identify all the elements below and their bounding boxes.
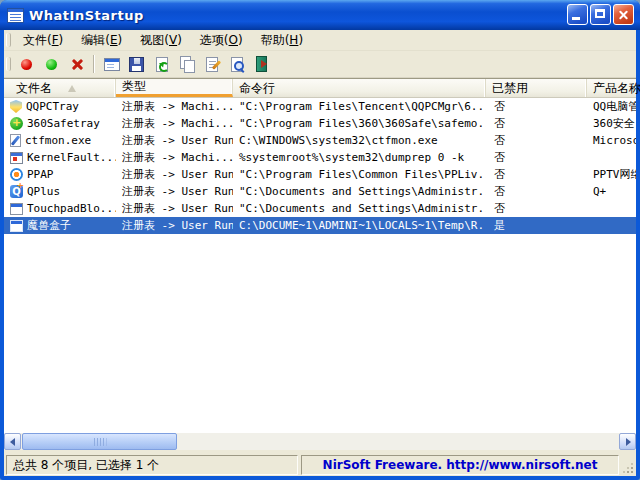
menu-edit[interactable]: 编辑(E) bbox=[72, 30, 131, 51]
toolbar-separator bbox=[93, 55, 95, 73]
enable-green-dot-icon bbox=[46, 59, 57, 70]
copy-button[interactable] bbox=[174, 53, 199, 76]
app-window: WhatInStartup 文件(F) 编辑(E) 视图(V) 选项(O) 帮助… bbox=[0, 0, 640, 480]
ctfmon-pen-icon bbox=[10, 134, 21, 147]
window-controls bbox=[565, 4, 634, 25]
table-row[interactable]: QQPCTray 注册表 -> Machi... "C:\Program Fil… bbox=[4, 98, 636, 115]
table-row[interactable]: 360Safetray 注册表 -> Machi... "C:\Program … bbox=[4, 115, 636, 132]
column-header-type[interactable]: 类型 bbox=[116, 79, 233, 97]
window-title: WhatInStartup bbox=[29, 8, 144, 23]
refresh-button[interactable] bbox=[149, 53, 174, 76]
table-row[interactable]: QQPlus 注册表 -> User Run "C:\Documents and… bbox=[4, 183, 636, 200]
disable-red-dot-icon bbox=[21, 59, 32, 70]
copy-icon bbox=[179, 56, 195, 72]
list-rows: QQPCTray 注册表 -> Machi... "C:\Program Fil… bbox=[4, 98, 636, 434]
scroll-left-button[interactable] bbox=[4, 433, 21, 450]
kernel-fault-icon bbox=[10, 152, 23, 164]
startup-items-list: 文件名 类型 命令行 已禁用 产品名称 QQPCTray 注册表 -> Mach… bbox=[4, 78, 636, 450]
column-header-filename[interactable]: 文件名 bbox=[4, 79, 116, 97]
list-header: 文件名 类型 命令行 已禁用 产品名称 bbox=[4, 79, 636, 98]
scroll-right-arrow-icon bbox=[626, 438, 631, 446]
refresh-icon bbox=[156, 57, 168, 72]
toolbar bbox=[4, 51, 636, 78]
status-bar: 总共 8 个项目, 已选择 1 个 NirSoft Freeware. http… bbox=[4, 454, 636, 476]
pptv-icon bbox=[10, 168, 23, 181]
menubar-grip[interactable] bbox=[6, 33, 11, 47]
save-button[interactable] bbox=[124, 53, 149, 76]
nirsoft-freeware-link[interactable]: NirSoft Freeware. http://www.nirsoft.net bbox=[301, 455, 619, 475]
resize-grip[interactable] bbox=[622, 455, 634, 475]
toolbar-grip[interactable] bbox=[6, 57, 11, 71]
column-header-product[interactable]: 产品名称 bbox=[587, 79, 640, 97]
client-area: 文件(F) 编辑(E) 视图(V) 选项(O) 帮助(H) 文件名 类型 命令 bbox=[4, 30, 636, 476]
qplus-icon: Q bbox=[10, 185, 23, 198]
properties-window-icon bbox=[104, 58, 120, 71]
exit-button[interactable] bbox=[249, 53, 274, 76]
scrollbar-thumb[interactable] bbox=[22, 433, 177, 450]
menu-options[interactable]: 选项(O) bbox=[191, 30, 252, 51]
close-button[interactable] bbox=[613, 4, 634, 25]
scrollbar-grip-icon bbox=[93, 438, 106, 446]
table-row[interactable]: PPAP 注册表 -> User Run "C:\Program Files\C… bbox=[4, 166, 636, 183]
properties-button[interactable] bbox=[199, 53, 224, 76]
scroll-left-arrow-icon bbox=[10, 438, 15, 446]
table-row[interactable]: KernelFault... 注册表 -> Machi... %systemro… bbox=[4, 149, 636, 166]
sort-ascending-icon bbox=[68, 85, 76, 92]
window-icon bbox=[10, 220, 23, 232]
enable-item-button[interactable] bbox=[39, 53, 64, 76]
column-header-command[interactable]: 命令行 bbox=[233, 79, 486, 97]
minimize-button[interactable] bbox=[567, 4, 588, 25]
maximize-button[interactable] bbox=[590, 4, 611, 25]
app-icon bbox=[7, 8, 24, 23]
delete-x-icon bbox=[70, 57, 84, 71]
table-row-selected[interactable]: 魔兽盒子 注册表 -> User Run C:\DOCUME~1\ADMINI~… bbox=[4, 217, 636, 234]
delete-item-button[interactable] bbox=[64, 53, 89, 76]
properties-window-button[interactable] bbox=[99, 53, 124, 76]
table-row[interactable]: ctfmon.exe 注册表 -> User Run C:\WINDOWS\sy… bbox=[4, 132, 636, 149]
minimize-icon bbox=[572, 17, 580, 20]
menu-bar: 文件(F) 编辑(E) 视图(V) 选项(O) 帮助(H) bbox=[4, 30, 636, 51]
maximize-icon bbox=[595, 9, 605, 18]
exit-door-icon bbox=[256, 56, 267, 72]
disable-item-button[interactable] bbox=[14, 53, 39, 76]
window-icon bbox=[10, 203, 23, 215]
find-button[interactable] bbox=[224, 53, 249, 76]
column-header-disabled[interactable]: 已禁用 bbox=[486, 79, 587, 97]
menu-view[interactable]: 视图(V) bbox=[131, 30, 191, 51]
scrollbar-track[interactable] bbox=[21, 433, 619, 450]
titlebar: WhatInStartup bbox=[0, 0, 640, 30]
qq-shield-icon bbox=[10, 100, 22, 113]
find-icon bbox=[231, 57, 243, 72]
menu-file[interactable]: 文件(F) bbox=[14, 30, 72, 51]
scroll-right-button[interactable] bbox=[619, 433, 636, 450]
table-row[interactable]: TouchpadBlo... 注册表 -> User Run "C:\Docum… bbox=[4, 200, 636, 217]
status-items-summary: 总共 8 个项目, 已选择 1 个 bbox=[6, 455, 298, 475]
save-floppy-icon bbox=[129, 57, 144, 72]
properties-sheet-icon bbox=[206, 57, 218, 72]
horizontal-scrollbar[interactable] bbox=[4, 433, 636, 450]
menu-help[interactable]: 帮助(H) bbox=[252, 30, 312, 51]
360-safe-icon bbox=[10, 117, 23, 130]
